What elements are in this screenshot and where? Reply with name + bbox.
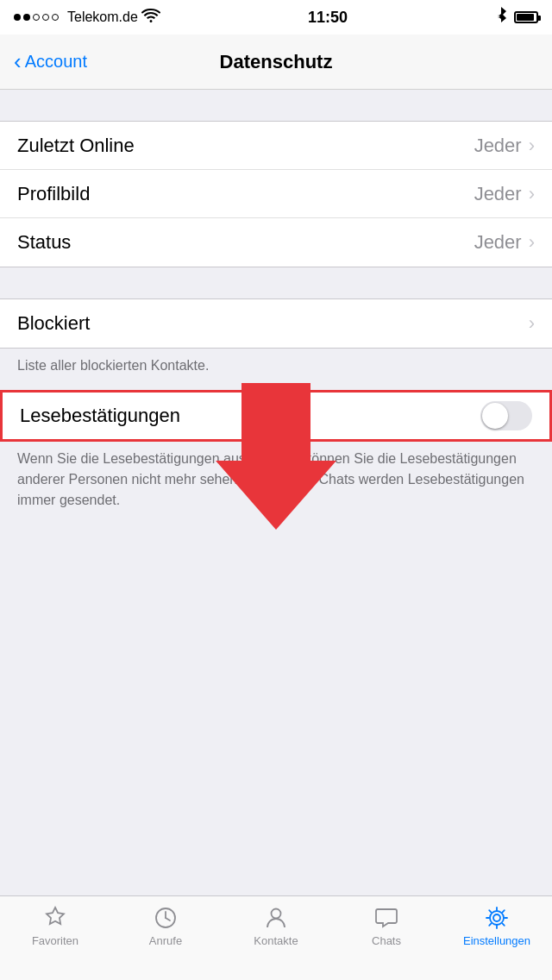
- star-icon: [42, 905, 68, 931]
- tab-chats[interactable]: Chats: [331, 905, 442, 947]
- chevron-right-icon: ›: [529, 135, 535, 157]
- wifi-icon: [141, 9, 160, 26]
- tab-favoriten-label: Favoriten: [32, 934, 78, 947]
- blockiert-footer: Liste aller blockierten Kontakte.: [0, 349, 552, 390]
- zuletzt-online-label: Zuletzt Online: [17, 135, 135, 157]
- back-chevron-icon: ‹: [14, 50, 22, 72]
- row-lesebestatigungen[interactable]: Lesebestätigungen: [0, 390, 552, 442]
- nav-bar: ‹ Account Datenschutz: [0, 35, 552, 90]
- svg-line-2: [166, 918, 170, 920]
- tab-favoriten[interactable]: Favoriten: [0, 905, 110, 947]
- chevron-right-icon-3: ›: [529, 231, 535, 254]
- blockiert-label: Blockiert: [17, 312, 90, 335]
- section-spacer-top: [0, 90, 552, 121]
- zuletzt-online-value: Jeder: [474, 135, 522, 157]
- svg-point-3: [272, 909, 281, 919]
- row-blockiert[interactable]: Blockiert ›: [0, 299, 552, 348]
- profilbild-right: Jeder ›: [474, 183, 535, 205]
- section-spacer-2: [0, 267, 552, 298]
- status-bar: Telekom.de 11:50: [0, 0, 552, 35]
- zuletzt-online-right: Jeder ›: [474, 135, 535, 157]
- status-left: Telekom.de: [14, 9, 160, 26]
- status-time: 11:50: [308, 9, 348, 27]
- tab-kontakte-label: Kontakte: [254, 934, 298, 947]
- tab-bar: Favoriten Anrufe Kontakte Chats Einstell…: [0, 895, 552, 980]
- privacy-group-1: Zuletzt Online Jeder › Profilbild Jeder …: [0, 121, 552, 267]
- status-value: Jeder: [474, 231, 522, 254]
- row-zuletzt-online[interactable]: Zuletzt Online Jeder ›: [0, 122, 552, 170]
- privacy-group-2: Blockiert ›: [0, 298, 552, 349]
- dot5: [52, 14, 59, 21]
- tab-chats-label: Chats: [372, 934, 401, 947]
- tab-einstellungen-label: Einstellungen: [463, 934, 530, 947]
- dot4: [42, 14, 49, 21]
- carrier-label: Telekom.de: [67, 9, 138, 25]
- profilbild-value: Jeder: [474, 183, 522, 205]
- gear-icon: [484, 905, 510, 931]
- row-status[interactable]: Status Jeder ›: [0, 218, 552, 267]
- row-profilbild[interactable]: Profilbild Jeder ›: [0, 170, 552, 218]
- battery-icon: [514, 11, 538, 23]
- dot1: [14, 14, 21, 21]
- bluetooth-icon: [495, 7, 507, 28]
- lesebestatigungen-label: Lesebestätigungen: [20, 405, 180, 427]
- svg-point-4: [493, 914, 500, 921]
- chevron-right-icon-4: ›: [529, 312, 535, 335]
- lesebestatigungen-footer: Wenn Sie die Lesebestätigungen ausschalt…: [0, 442, 552, 525]
- status-right: Jeder ›: [474, 231, 535, 254]
- toggle-thumb: [482, 403, 508, 429]
- status-label: Status: [17, 231, 71, 254]
- back-button[interactable]: ‹ Account: [14, 52, 87, 72]
- page-title: Datenschutz: [220, 51, 333, 73]
- tab-kontakte[interactable]: Kontakte: [221, 905, 331, 947]
- person-icon: [263, 905, 289, 931]
- signal-dots: [14, 14, 59, 21]
- back-label: Account: [25, 52, 87, 72]
- clock-icon: [153, 905, 179, 931]
- tab-anrufe[interactable]: Anrufe: [110, 905, 221, 947]
- profilbild-label: Profilbild: [17, 183, 90, 205]
- dot3: [33, 14, 40, 21]
- chat-icon: [373, 905, 399, 931]
- status-right: [495, 7, 538, 28]
- dot2: [23, 14, 30, 21]
- chevron-right-icon-2: ›: [529, 183, 535, 205]
- tab-einstellungen[interactable]: Einstellungen: [442, 905, 552, 947]
- blockiert-right: ›: [529, 312, 535, 335]
- lesebestatigungen-toggle[interactable]: [480, 401, 532, 430]
- tab-anrufe-label: Anrufe: [149, 934, 182, 947]
